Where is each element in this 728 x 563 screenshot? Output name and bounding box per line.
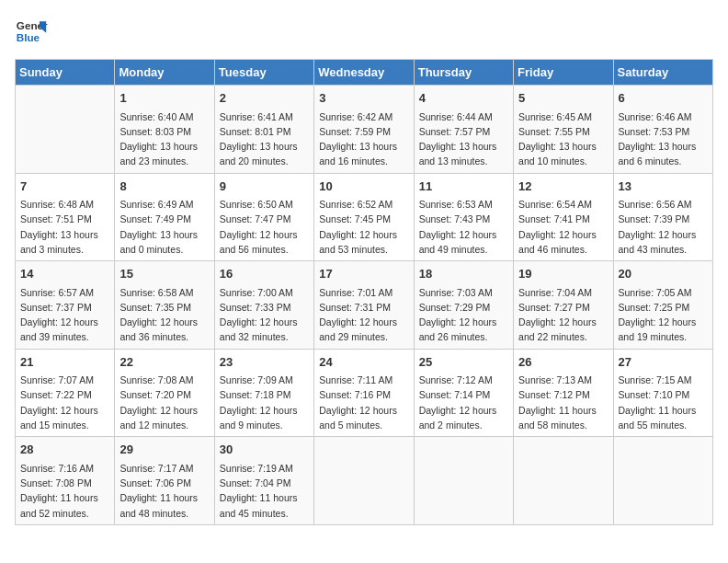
calendar-cell <box>16 86 115 174</box>
day-info: Sunrise: 7:03 AMSunset: 7:29 PMDaylight:… <box>419 285 508 345</box>
day-info: Sunrise: 6:46 AMSunset: 7:53 PMDaylight:… <box>619 109 708 169</box>
calendar-cell: 1Sunrise: 6:40 AMSunset: 8:03 PMDaylight… <box>115 86 214 174</box>
day-info: Sunrise: 6:41 AMSunset: 8:01 PMDaylight:… <box>220 109 309 169</box>
calendar-cell: 5Sunrise: 6:45 AMSunset: 7:55 PMDaylight… <box>514 86 613 174</box>
calendar-cell: 7Sunrise: 6:48 AMSunset: 7:51 PMDaylight… <box>16 173 115 261</box>
calendar-cell: 6Sunrise: 6:46 AMSunset: 7:53 PMDaylight… <box>613 86 712 174</box>
day-info: Sunrise: 6:44 AMSunset: 7:57 PMDaylight:… <box>419 109 508 169</box>
day-number: 4 <box>419 89 508 108</box>
day-info: Sunrise: 6:53 AMSunset: 7:43 PMDaylight:… <box>419 197 508 257</box>
day-number: 1 <box>119 89 209 108</box>
col-header-thursday: Thursday <box>414 60 513 86</box>
day-info: Sunrise: 6:40 AMSunset: 8:03 PMDaylight:… <box>119 109 209 169</box>
day-number: 16 <box>220 265 309 283</box>
calendar-cell: 21Sunrise: 7:07 AMSunset: 7:22 PMDayligh… <box>16 349 115 437</box>
day-info: Sunrise: 7:04 AMSunset: 7:27 PMDaylight:… <box>518 285 608 345</box>
day-number: 15 <box>119 265 209 283</box>
day-number: 22 <box>119 353 209 372</box>
day-number: 24 <box>319 353 408 372</box>
calendar-cell: 30Sunrise: 7:19 AMSunset: 7:04 PMDayligh… <box>214 437 313 525</box>
col-header-sunday: Sunday <box>16 60 115 86</box>
day-number: 18 <box>419 265 508 283</box>
day-number: 8 <box>119 178 209 196</box>
calendar-cell <box>514 437 613 525</box>
day-number: 14 <box>20 265 109 283</box>
day-number: 28 <box>20 441 109 459</box>
calendar-cell: 22Sunrise: 7:08 AMSunset: 7:20 PMDayligh… <box>115 349 214 437</box>
day-info: Sunrise: 7:00 AMSunset: 7:33 PMDaylight:… <box>220 285 309 345</box>
day-number: 3 <box>319 89 408 108</box>
day-number: 21 <box>20 353 109 372</box>
calendar-cell: 14Sunrise: 6:57 AMSunset: 7:37 PMDayligh… <box>16 261 115 350</box>
calendar-week-row: 7Sunrise: 6:48 AMSunset: 7:51 PMDaylight… <box>16 173 713 261</box>
day-number: 13 <box>619 178 708 196</box>
day-number: 12 <box>518 178 608 196</box>
day-info: Sunrise: 6:48 AMSunset: 7:51 PMDaylight:… <box>20 197 109 257</box>
day-info: Sunrise: 7:12 AMSunset: 7:14 PMDaylight:… <box>419 373 508 432</box>
day-info: Sunrise: 6:58 AMSunset: 7:35 PMDaylight:… <box>119 285 209 345</box>
day-info: Sunrise: 6:45 AMSunset: 7:55 PMDaylight:… <box>518 109 608 169</box>
calendar-week-row: 1Sunrise: 6:40 AMSunset: 8:03 PMDaylight… <box>16 86 713 174</box>
day-number: 11 <box>419 178 508 196</box>
calendar-cell: 17Sunrise: 7:01 AMSunset: 7:31 PMDayligh… <box>314 261 414 350</box>
day-info: Sunrise: 7:17 AMSunset: 7:06 PMDaylight:… <box>119 461 209 521</box>
calendar-cell: 18Sunrise: 7:03 AMSunset: 7:29 PMDayligh… <box>414 261 513 350</box>
day-info: Sunrise: 7:05 AMSunset: 7:25 PMDaylight:… <box>619 285 708 345</box>
calendar-cell: 23Sunrise: 7:09 AMSunset: 7:18 PMDayligh… <box>214 349 313 437</box>
calendar-cell: 26Sunrise: 7:13 AMSunset: 7:12 PMDayligh… <box>514 349 613 437</box>
day-info: Sunrise: 7:07 AMSunset: 7:22 PMDaylight:… <box>20 373 109 432</box>
calendar-cell: 10Sunrise: 6:52 AMSunset: 7:45 PMDayligh… <box>314 173 414 261</box>
calendar-week-row: 14Sunrise: 6:57 AMSunset: 7:37 PMDayligh… <box>16 261 713 350</box>
calendar-table: SundayMondayTuesdayWednesdayThursdayFrid… <box>15 59 713 525</box>
day-info: Sunrise: 6:42 AMSunset: 7:59 PMDaylight:… <box>319 109 408 169</box>
day-number: 19 <box>518 265 608 283</box>
day-number: 26 <box>518 353 608 372</box>
day-number: 7 <box>20 178 109 196</box>
col-header-saturday: Saturday <box>613 60 712 86</box>
calendar-cell: 19Sunrise: 7:04 AMSunset: 7:27 PMDayligh… <box>514 261 613 350</box>
day-number: 30 <box>220 441 309 459</box>
calendar-cell <box>414 437 513 525</box>
day-info: Sunrise: 6:50 AMSunset: 7:47 PMDaylight:… <box>220 197 309 257</box>
calendar-cell: 28Sunrise: 7:16 AMSunset: 7:08 PMDayligh… <box>16 437 115 525</box>
day-info: Sunrise: 7:11 AMSunset: 7:16 PMDaylight:… <box>319 373 408 432</box>
day-number: 5 <box>518 89 608 108</box>
calendar-cell: 15Sunrise: 6:58 AMSunset: 7:35 PMDayligh… <box>115 261 214 350</box>
calendar-cell: 25Sunrise: 7:12 AMSunset: 7:14 PMDayligh… <box>414 349 513 437</box>
calendar-header-row: SundayMondayTuesdayWednesdayThursdayFrid… <box>16 60 713 86</box>
calendar-cell: 8Sunrise: 6:49 AMSunset: 7:49 PMDaylight… <box>115 173 214 261</box>
day-info: Sunrise: 6:56 AMSunset: 7:39 PMDaylight:… <box>619 197 708 257</box>
calendar-cell: 3Sunrise: 6:42 AMSunset: 7:59 PMDaylight… <box>314 86 414 174</box>
col-header-wednesday: Wednesday <box>314 60 414 86</box>
day-number: 6 <box>619 89 708 108</box>
calendar-week-row: 21Sunrise: 7:07 AMSunset: 7:22 PMDayligh… <box>16 349 713 437</box>
day-number: 2 <box>220 89 309 108</box>
calendar-cell: 2Sunrise: 6:41 AMSunset: 8:01 PMDaylight… <box>214 86 313 174</box>
calendar-cell: 20Sunrise: 7:05 AMSunset: 7:25 PMDayligh… <box>613 261 712 350</box>
calendar-cell: 11Sunrise: 6:53 AMSunset: 7:43 PMDayligh… <box>414 173 513 261</box>
day-info: Sunrise: 7:19 AMSunset: 7:04 PMDaylight:… <box>220 461 309 521</box>
day-number: 23 <box>220 353 309 372</box>
day-info: Sunrise: 7:16 AMSunset: 7:08 PMDaylight:… <box>20 461 109 521</box>
calendar-cell <box>613 437 712 525</box>
page-header: General Blue <box>15 15 713 48</box>
day-number: 20 <box>619 265 708 283</box>
logo-icon: General Blue <box>15 15 48 48</box>
calendar-cell: 24Sunrise: 7:11 AMSunset: 7:16 PMDayligh… <box>314 349 414 437</box>
calendar-week-row: 28Sunrise: 7:16 AMSunset: 7:08 PMDayligh… <box>16 437 713 525</box>
day-number: 17 <box>319 265 408 283</box>
day-info: Sunrise: 6:49 AMSunset: 7:49 PMDaylight:… <box>119 197 209 257</box>
day-info: Sunrise: 7:01 AMSunset: 7:31 PMDaylight:… <box>319 285 408 345</box>
calendar-cell: 12Sunrise: 6:54 AMSunset: 7:41 PMDayligh… <box>514 173 613 261</box>
col-header-tuesday: Tuesday <box>214 60 313 86</box>
day-number: 9 <box>220 178 309 196</box>
calendar-cell: 16Sunrise: 7:00 AMSunset: 7:33 PMDayligh… <box>214 261 313 350</box>
col-header-friday: Friday <box>514 60 613 86</box>
day-number: 27 <box>619 353 708 372</box>
day-info: Sunrise: 6:57 AMSunset: 7:37 PMDaylight:… <box>20 285 109 345</box>
calendar-cell: 13Sunrise: 6:56 AMSunset: 7:39 PMDayligh… <box>613 173 712 261</box>
day-info: Sunrise: 7:08 AMSunset: 7:20 PMDaylight:… <box>119 373 209 432</box>
day-number: 10 <box>319 178 408 196</box>
day-info: Sunrise: 6:52 AMSunset: 7:45 PMDaylight:… <box>319 197 408 257</box>
day-info: Sunrise: 7:13 AMSunset: 7:12 PMDaylight:… <box>518 373 608 432</box>
